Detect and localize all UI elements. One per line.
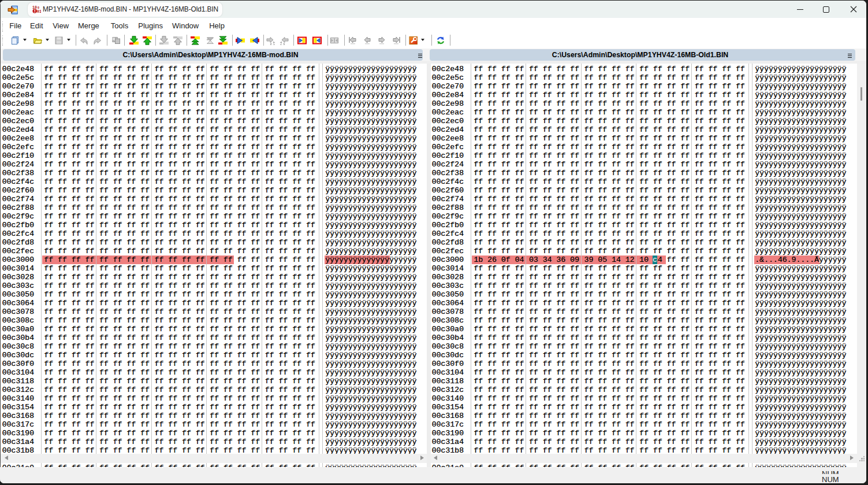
svg-text:01: 01: [37, 10, 41, 14]
svg-text:0: 0: [38, 6, 39, 10]
